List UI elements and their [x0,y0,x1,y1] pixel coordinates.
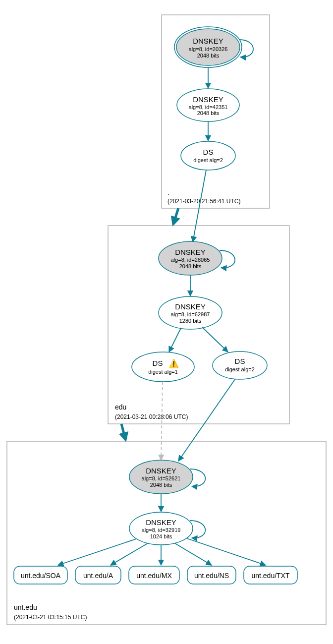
zone-unt-timestamp: (2021-03-21 03:15:15 UTC) [14,614,87,621]
node-root-ds: DS digest alg=2 [181,141,235,170]
node-root-zsk-line1: alg=8, id=42351 [189,104,228,110]
node-edu-ksk-line2: 2048 bits [179,263,202,269]
zone-unt-label: unt.edu [14,603,37,611]
zone-root-label: . [167,188,169,196]
rr-soa-label: unt.edu/SOA [21,572,61,580]
rr-txt: unt.edu/TXT [244,566,297,584]
edge-zsk-to-soa [58,539,136,565]
node-root-ksk-title: DNSKEY [193,37,223,45]
edge-zsk-to-a [111,543,148,565]
node-root-ksk: DNSKEY alg=8, id=20326 2048 bits [174,27,253,67]
node-edu-ksk-line1: alg=8, id=28065 [171,257,210,263]
node-root-zsk-line2: 2048 bits [197,110,220,116]
node-root-zsk: DNSKEY alg=8, id=42351 2048 bits [177,89,239,121]
node-edu-zsk-title: DNSKEY [175,302,206,311]
node-unt-ksk-line2: 2048 bits [150,482,172,488]
dnssec-graph: . (2021-03-20 21:56:41 UTC) DNSKEY alg=8… [0,0,333,644]
rr-mx-label: unt.edu/MX [136,572,172,580]
rr-mx: unt.edu/MX [129,566,179,584]
edge-delegation-edu-unt [121,424,125,439]
node-root-ds-line1: digest alg=2 [193,157,223,163]
zone-edu-timestamp: (2021-03-21 00:28:06 UTC) [115,413,188,420]
node-edu-ksk-title: DNSKEY [175,248,206,256]
node-edu-ds-warn-line1: digest alg=1 [148,369,178,375]
node-edu-ds-title: DS [235,357,245,365]
node-root-ksk-line1: alg=8, id=20326 [189,46,228,52]
edge-zsk-to-ns [175,543,212,565]
rr-soa: unt.edu/SOA [14,566,67,584]
node-edu-zsk-line2: 1280 bits [179,318,202,324]
edge-edu-zsk-to-dswarn [169,328,181,352]
node-edu-ksk: DNSKEY alg=8, id=28065 2048 bits [159,241,235,275]
node-unt-zsk: DNSKEY alg=8, id=32919 1024 bits [129,512,205,545]
rr-ns: unt.edu/NS [187,566,236,584]
rr-txt-label: unt.edu/TXT [251,572,289,580]
node-edu-zsk-line1: alg=8, id=62987 [171,311,210,317]
rr-ns-label: unt.edu/NS [194,572,229,580]
node-unt-ksk-title: DNSKEY [146,467,176,475]
node-unt-zsk-line2: 1024 bits [150,533,172,539]
node-root-ksk-line2: 2048 bits [197,53,220,59]
node-edu-ds-warn-title: DS [153,359,163,367]
node-unt-ksk-line1: alg=8, id=52621 [142,475,181,481]
zone-root-timestamp: (2021-03-20 21:56:41 UTC) [167,198,240,205]
edge-zsk-to-txt [187,538,266,565]
node-unt-ksk: DNSKEY alg=8, id=52621 2048 bits [129,460,205,494]
edge-edu-dswarn-to-unt-ksk [161,382,163,460]
node-edu-ds: DS digest alg=2 [213,351,267,379]
edge-edu-zsk-to-ds [202,327,228,352]
node-root-ds-title: DS [203,148,214,156]
node-edu-ds-warn: DS ⚠️ digest alg=1 [132,352,194,382]
rr-a: unt.edu/A [75,566,121,584]
node-unt-zsk-title: DNSKEY [146,518,176,527]
edge-delegation-root-edu [173,208,178,224]
edge-root-ds-to-edu-ksk [193,170,206,242]
rr-a-label: unt.edu/A [83,572,113,580]
node-edu-ds-line1: digest alg=2 [225,366,255,372]
warning-icon: ⚠️ [168,358,179,369]
node-root-zsk-title: DNSKEY [193,95,223,104]
svg-point-6 [132,352,194,382]
node-unt-zsk-line1: alg=8, id=32919 [142,527,181,533]
svg-point-7 [213,351,267,379]
zone-edu-label: edu [115,403,126,411]
node-edu-zsk: DNSKEY alg=8, id=62987 1280 bits [159,296,222,329]
